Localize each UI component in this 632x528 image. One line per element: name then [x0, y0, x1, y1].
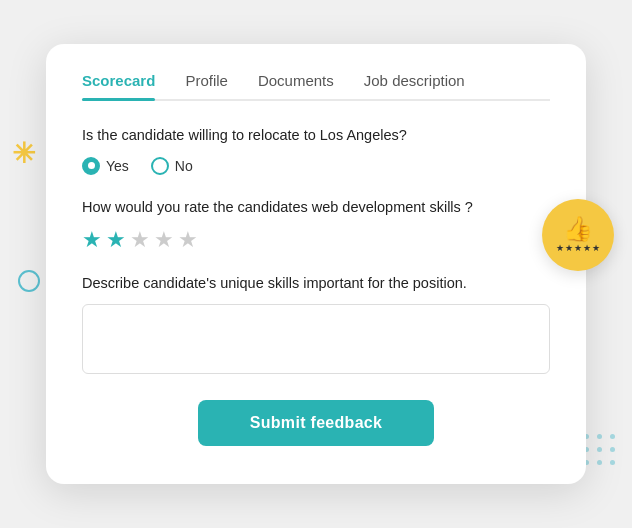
question-skills-text: Describe candidate's unique skills impor… — [82, 273, 550, 295]
skills-textarea[interactable] — [82, 304, 550, 374]
asterisk-decoration: ✳ — [12, 140, 35, 168]
star-rating[interactable]: ★ ★ ★ ★ ★ — [82, 229, 550, 251]
radio-group-relocate: Yes No — [82, 157, 550, 175]
main-card: 👍 ★ ★ ★ ★ ★ Scorecard Profile Documents … — [46, 44, 586, 484]
radio-no-label: No — [175, 158, 193, 174]
star-1[interactable]: ★ — [82, 229, 102, 251]
badge-star-1: ★ — [556, 243, 564, 253]
submit-section: Submit feedback — [82, 400, 550, 446]
question-relocate-text: Is the candidate willing to relocate to … — [82, 125, 550, 147]
badge-stars: ★ ★ ★ ★ ★ — [556, 243, 600, 253]
textarea-wrap — [82, 304, 550, 378]
circle-decoration — [18, 270, 40, 292]
tab-scorecard[interactable]: Scorecard — [82, 72, 155, 99]
radio-yes-circle — [82, 157, 100, 175]
question-rating-text: How would you rate the candidates web de… — [82, 197, 550, 219]
star-4[interactable]: ★ — [154, 229, 174, 251]
radio-no[interactable]: No — [151, 157, 193, 175]
radio-yes-label: Yes — [106, 158, 129, 174]
tab-bar: Scorecard Profile Documents Job descript… — [82, 72, 550, 101]
badge-star-5: ★ — [592, 243, 600, 253]
question-rating: How would you rate the candidates web de… — [82, 197, 550, 251]
thumbs-up-icon: 👍 — [563, 217, 593, 241]
tab-job-description[interactable]: Job description — [364, 72, 465, 99]
question-relocate: Is the candidate willing to relocate to … — [82, 125, 550, 175]
rating-badge: 👍 ★ ★ ★ ★ ★ — [542, 199, 614, 271]
tab-profile[interactable]: Profile — [185, 72, 228, 99]
star-5[interactable]: ★ — [178, 229, 198, 251]
radio-yes[interactable]: Yes — [82, 157, 129, 175]
badge-star-2: ★ — [565, 243, 573, 253]
badge-star-4: ★ — [583, 243, 591, 253]
radio-no-circle — [151, 157, 169, 175]
question-skills: Describe candidate's unique skills impor… — [82, 273, 550, 379]
badge-star-3: ★ — [574, 243, 582, 253]
tab-documents[interactable]: Documents — [258, 72, 334, 99]
submit-feedback-button[interactable]: Submit feedback — [198, 400, 435, 446]
star-3[interactable]: ★ — [130, 229, 150, 251]
star-2[interactable]: ★ — [106, 229, 126, 251]
